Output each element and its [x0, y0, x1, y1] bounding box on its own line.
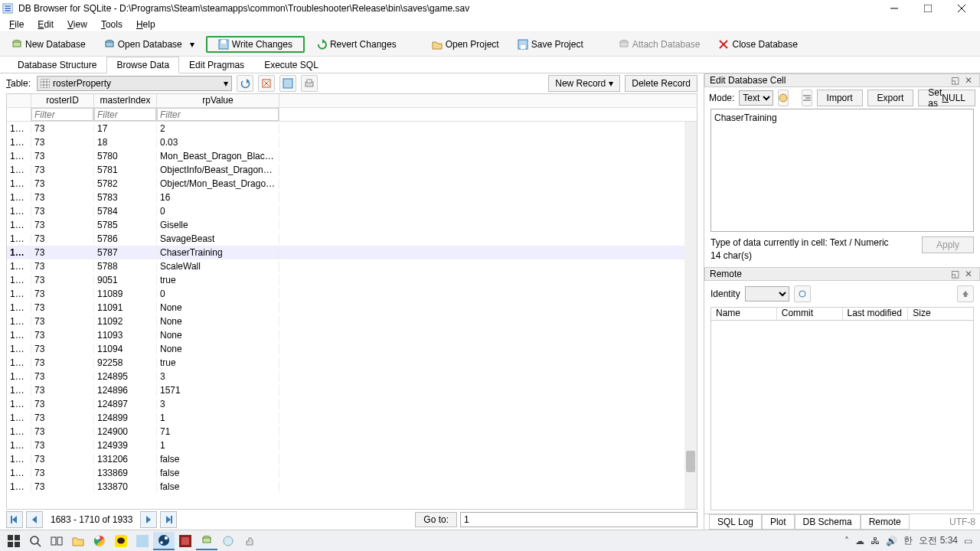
cell-rpvalue[interactable]: 2 [157, 123, 279, 134]
cell-masterindex[interactable]: 124896 [94, 385, 157, 396]
table-row[interactable]: 170873133869false [7, 466, 697, 480]
revert-changes-button[interactable]: Revert Changes [309, 36, 403, 53]
table-row[interactable]: 1694739051true [7, 273, 697, 287]
table-row[interactable]: 170773131206false [7, 452, 697, 466]
cell-rpvalue[interactable]: None [157, 330, 279, 341]
cell-rosterid[interactable]: 73 [31, 289, 94, 299]
identity-select[interactable] [745, 286, 789, 302]
panel-dock-icon[interactable]: ◱ [949, 74, 961, 86]
tray-vol-icon[interactable]: 🔊 [886, 536, 897, 546]
menu-tools[interactable]: Tools [95, 18, 129, 31]
app2-icon[interactable] [217, 532, 239, 550]
panel-close-icon[interactable]: ✕ [962, 74, 975, 86]
cell-masterindex[interactable]: 133869 [94, 468, 157, 478]
cell-masterindex[interactable]: 5786 [94, 233, 157, 244]
cell-masterindex[interactable]: 11092 [94, 316, 157, 327]
table-row[interactable]: 16897357840 [7, 204, 697, 218]
cell-rosterid[interactable]: 73 [31, 440, 94, 451]
table-select[interactable]: rosterProperty ▾ [37, 76, 232, 91]
cell-masterindex[interactable]: 5784 [94, 206, 157, 217]
cell-rosterid[interactable]: 73 [31, 385, 94, 396]
table-row[interactable]: 16977311092None [7, 315, 697, 328]
cell-rosterid[interactable]: 73 [31, 357, 94, 368]
cell-rpvalue[interactable]: 71 [157, 426, 279, 437]
set-null-button[interactable]: Set as NULL [918, 90, 975, 106]
save-table-button[interactable] [279, 75, 296, 92]
tray-ime[interactable]: 한 [903, 534, 913, 547]
cell-rpvalue[interactable]: ScaleWall [157, 261, 279, 272]
cell-masterindex[interactable]: 11094 [94, 344, 157, 354]
column-header-masterindex[interactable]: masterIndex [94, 94, 157, 107]
cell-rpvalue[interactable]: Mon_Beast_Dragon_Black3_… [157, 151, 279, 161]
bottom-tab-remote[interactable]: Remote [861, 514, 910, 530]
cell-rosterid[interactable]: 73 [31, 344, 94, 354]
table-row[interactable]: 1702731248961571 [7, 383, 697, 397]
remote-close-icon[interactable]: ✕ [962, 268, 975, 280]
tray-up-icon[interactable]: ˄ [844, 536, 849, 546]
table-row[interactable]: 168873578316 [7, 191, 697, 204]
bottom-tab-sqllog[interactable]: SQL Log [709, 514, 762, 530]
menu-edit[interactable]: Edit [31, 18, 60, 31]
table-row[interactable]: 1703731248973 [7, 397, 697, 411]
new-record-dropdown-icon[interactable]: ▾ [609, 78, 613, 89]
cell-masterindex[interactable]: 133870 [94, 481, 157, 492]
cell-rosterid[interactable]: 73 [31, 151, 94, 161]
table-row[interactable]: 1701731248953 [7, 370, 697, 383]
table-row[interactable]: 1691735786SavageBeast [7, 232, 697, 246]
cell-rpvalue[interactable]: true [157, 275, 279, 285]
cell-rosterid[interactable]: 73 [31, 192, 94, 203]
cell-editor[interactable]: ChaserTraining [710, 109, 974, 232]
cell-rpvalue[interactable]: ObjectInfo/Beast_Dragon_Bla… [157, 165, 279, 175]
cell-rosterid[interactable]: 73 [31, 412, 94, 423]
table-row[interactable]: 17057312490071 [7, 425, 697, 439]
cell-rosterid[interactable]: 73 [31, 275, 94, 285]
cell-rpvalue[interactable]: 1571 [157, 385, 279, 396]
start-button[interactable] [3, 532, 24, 550]
search-icon[interactable] [24, 532, 46, 550]
cell-rpvalue[interactable]: 3 [157, 371, 279, 382]
cell-rosterid[interactable]: 73 [31, 165, 94, 175]
cell-rpvalue[interactable]: 16 [157, 192, 279, 203]
vertical-scrollbar[interactable] [684, 122, 697, 509]
table-row[interactable]: 1704731248991 [7, 411, 697, 425]
bottom-tab-schema[interactable]: DB Schema [795, 514, 861, 530]
table-row[interactable]: 1690735785Giselle [7, 218, 697, 232]
first-page-button[interactable] [6, 511, 23, 528]
dbbrowser-task-icon[interactable] [196, 532, 217, 550]
cell-rosterid[interactable]: 73 [31, 426, 94, 437]
tab-browse-data[interactable]: Browse Data [106, 57, 179, 73]
cell-rpvalue[interactable]: 0 [157, 289, 279, 299]
bottom-tab-plot[interactable]: Plot [762, 514, 795, 530]
table-row[interactable]: 1706731249391 [7, 439, 697, 452]
minimize-button[interactable] [877, 0, 911, 17]
tab-execute-sql[interactable]: Execute SQL [254, 57, 328, 73]
cell-masterindex[interactable]: 11093 [94, 330, 157, 341]
cell-rosterid[interactable]: 73 [31, 247, 94, 258]
cell-masterindex[interactable]: 11089 [94, 289, 157, 299]
cell-rosterid[interactable]: 73 [31, 316, 94, 327]
filter-masterindex[interactable] [94, 108, 156, 121]
cell-rpvalue[interactable]: Object/Mon_Beast_Dragon_… [157, 178, 279, 189]
next-page-button[interactable] [140, 511, 157, 528]
table-row[interactable]: 1686735781ObjectInfo/Beast_Dragon_Bla… [7, 163, 697, 177]
menu-file[interactable]: File [3, 18, 30, 31]
new-record-button[interactable]: New Record▾ [548, 75, 620, 92]
cell-rosterid[interactable]: 73 [31, 468, 94, 478]
open-db-dropdown-icon[interactable]: ▾ [190, 39, 194, 50]
cell-masterindex[interactable]: 5781 [94, 165, 157, 175]
indent-icon[interactable] [802, 90, 812, 106]
thumbs-icon[interactable] [239, 532, 260, 550]
cell-masterindex[interactable]: 124939 [94, 440, 157, 451]
write-changes-button[interactable]: Write Changes [206, 36, 305, 53]
explorer-icon[interactable] [67, 532, 89, 550]
cell-rosterid[interactable]: 73 [31, 137, 94, 148]
table-row[interactable]: 1687735782Object/Mon_Beast_Dragon_… [7, 177, 697, 191]
cell-masterindex[interactable]: 124899 [94, 412, 157, 423]
mode-select[interactable]: Text [739, 90, 773, 106]
tab-database-structure[interactable]: Database Structure [8, 57, 106, 73]
cell-masterindex[interactable]: 5780 [94, 151, 157, 161]
last-page-button[interactable] [160, 511, 177, 528]
cell-rpvalue[interactable]: false [157, 454, 279, 465]
column-header-rpvalue[interactable]: rpValue [157, 94, 279, 107]
goto-input[interactable] [460, 512, 697, 527]
